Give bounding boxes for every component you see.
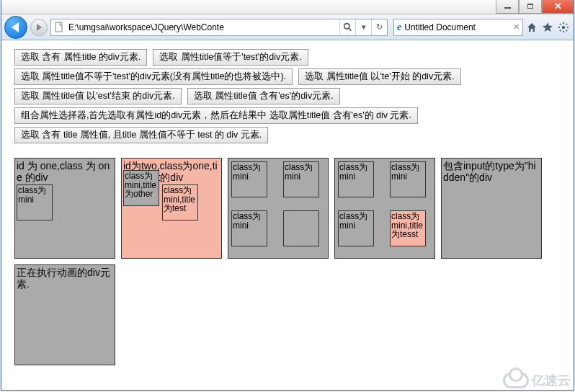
box-label: 正在执行动画的div元素. [17,267,113,290]
mini-box: class为mini,title为tesst [390,210,426,246]
tab-title: Untitled Document [404,22,476,32]
cloud-icon [503,373,529,388]
box-label: id 为 one,class 为 one 的div [17,160,113,183]
box-four: class为mini class为mini class为mini class为m… [334,158,435,259]
box-animating: 正在执行动画的div元素. [14,264,115,365]
mini-box: class为mini,title为other [123,170,159,206]
nav-back-button[interactable] [4,16,27,39]
settings-icon[interactable] [558,22,569,33]
ie-icon: e [397,22,401,33]
close-button[interactable]: ✕ [542,0,574,14]
address-input[interactable] [67,20,339,35]
watermark: 亿速云 [503,372,571,389]
box-two: id为two,class为one,title为test的div class为mi… [121,158,222,259]
svg-rect-0 [55,22,62,32]
mini-box: class为mini [231,161,267,197]
mini-box: class为mini,title为test [162,184,198,220]
btn-has-title-ne-test[interactable]: 选取 含有 title 属性值, 且title 属性值不等于 test 的 di… [14,127,268,143]
mini-box: class为mini [283,161,319,197]
box-three: class为mini class为mini class为mini [228,158,329,259]
maximize-button[interactable] [519,0,542,14]
btn-title-eq-test[interactable]: 选取 属性title值等于'test'的div元素. [153,49,308,66]
favorites-icon[interactable] [542,22,553,33]
minimize-button[interactable] [496,0,519,14]
tab-close-icon[interactable]: ✕ [513,22,520,32]
btn-title-ne-test[interactable]: 选取 属性title值不等于'test'的div元素(没有属性title的也将被… [14,68,293,85]
refresh-icon[interactable]: ↻ [371,19,387,35]
box-hidden-input: 包含input的type为"hidden"的div [441,158,542,259]
watermark-text: 亿速云 [532,372,571,389]
btn-title-contains-es[interactable]: 选取 属性title值 含有'es'的div元素. [187,88,340,104]
box-label: 包含input的type为"hidden"的div [443,160,540,183]
btn-combine[interactable]: 组合属性选择器,首先选取有属性id的div元素，然后在结果中 选取属性title… [14,107,418,124]
arrow-right-icon [37,24,42,31]
home-icon[interactable] [526,22,538,33]
mini-box: class为mini [231,210,267,246]
svg-point-1 [344,24,349,29]
svg-point-3 [562,25,565,28]
box-one: id 为 one,class 为 one 的div class为mini [14,158,115,259]
btn-title-ends-est[interactable]: 选取 属性title值 以'est'结束 的div元素. [14,88,182,104]
svg-line-2 [349,28,351,30]
page-content: 选取 含有 属性title 的div元素. 选取 属性title值等于'test… [1,40,574,374]
address-bar[interactable]: ▾ ↻ [50,19,388,36]
btn-title-starts-te[interactable]: 选取 属性title值 以'te'开始 的div元素. [298,68,461,85]
mini-box [283,210,319,246]
mini-box: class为mini [17,184,53,220]
window-titlebar: ✕ [1,0,574,14]
dropdown-icon[interactable]: ▾ [355,19,371,35]
search-icon[interactable] [339,19,355,35]
mini-box: class为mini [338,210,374,246]
mini-box: class为mini [390,161,426,197]
nav-forward-button[interactable] [30,19,48,36]
arrow-left-icon [12,22,19,32]
browser-tab[interactable]: e Untitled Document ✕ [393,19,523,36]
btn-has-title[interactable]: 选取 含有 属性title 的div元素. [14,49,147,66]
mini-box: class为mini [338,161,374,197]
page-icon [53,22,65,33]
browser-toolbar: ▾ ↻ e Untitled Document ✕ [1,14,574,40]
